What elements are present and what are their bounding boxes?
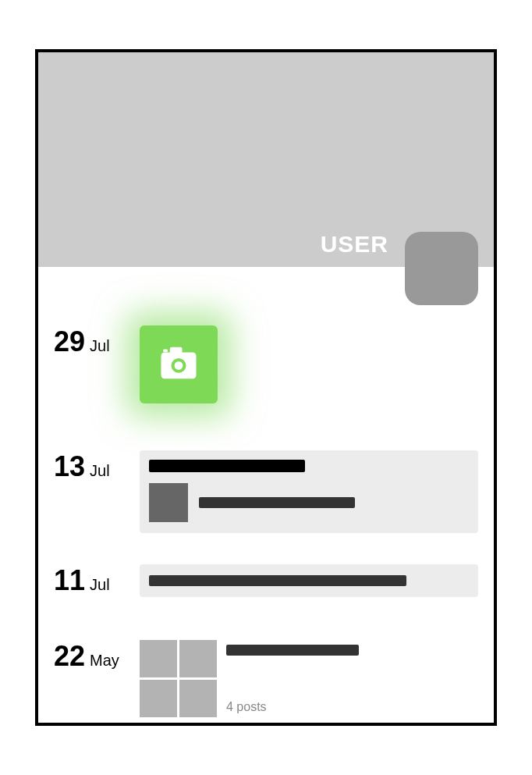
svg-rect-1 bbox=[170, 347, 183, 354]
entry-day: 13 bbox=[54, 450, 85, 483]
post-thumbnail[interactable] bbox=[149, 483, 188, 522]
grid-thumb[interactable] bbox=[140, 680, 177, 717]
svg-point-4 bbox=[175, 361, 183, 370]
timeline-entry: 11 Jul bbox=[54, 564, 478, 597]
app-frame: USER 29 Jul bbox=[35, 49, 497, 726]
timeline: 29 Jul bbox=[38, 325, 494, 717]
post-title-placeholder bbox=[149, 460, 305, 472]
svg-rect-2 bbox=[163, 349, 168, 352]
entry-month: Jul bbox=[90, 462, 110, 480]
posts-count-label: 4 posts bbox=[226, 700, 359, 714]
entry-date: 29 Jul bbox=[54, 325, 140, 358]
camera-button[interactable] bbox=[140, 325, 218, 403]
post-text-placeholder bbox=[199, 497, 355, 508]
post-card[interactable] bbox=[140, 564, 478, 597]
post-text-placeholder bbox=[226, 645, 359, 656]
entry-day: 22 bbox=[54, 640, 85, 673]
grid-thumb[interactable] bbox=[179, 640, 217, 677]
username-label: USER bbox=[321, 231, 388, 258]
post-summary[interactable]: 4 posts bbox=[140, 640, 478, 717]
entry-day: 11 bbox=[54, 564, 85, 597]
post-text-placeholder bbox=[149, 575, 406, 586]
avatar[interactable] bbox=[405, 232, 478, 305]
entry-month: Jul bbox=[90, 337, 110, 355]
post-card[interactable] bbox=[140, 450, 478, 533]
entry-date: 11 Jul bbox=[54, 564, 140, 597]
grid-thumb[interactable] bbox=[140, 640, 177, 677]
camera-icon bbox=[158, 342, 200, 387]
entry-day: 29 bbox=[54, 325, 85, 358]
thumbnail-grid[interactable] bbox=[140, 640, 217, 717]
grid-thumb[interactable] bbox=[179, 680, 217, 717]
entry-date: 22 May bbox=[54, 640, 140, 673]
entry-date: 13 Jul bbox=[54, 450, 140, 483]
timeline-entry: 22 May 4 posts bbox=[54, 640, 478, 717]
entry-month: Jul bbox=[90, 576, 110, 594]
entry-month: May bbox=[90, 652, 119, 670]
timeline-entry: 29 Jul bbox=[54, 325, 478, 403]
timeline-entry: 13 Jul bbox=[54, 450, 478, 533]
